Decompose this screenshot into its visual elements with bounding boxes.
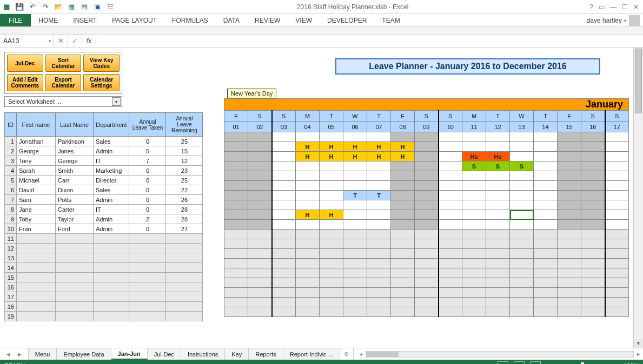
dow-header[interactable]: F [224, 111, 248, 122]
calendar-cell[interactable] [224, 278, 248, 288]
calendar-cell[interactable] [343, 307, 367, 317]
th-id[interactable]: ID [5, 113, 17, 137]
th-leave-remaining[interactable]: Annual Leave Remaining [166, 113, 203, 137]
calendar-cell[interactable] [558, 288, 581, 298]
cell-id[interactable]: 3 [5, 156, 17, 166]
calendar-cell[interactable] [462, 278, 486, 288]
calendar-cell[interactable] [462, 171, 486, 181]
calendar-cell[interactable] [439, 278, 462, 288]
sheet-prev-icon[interactable]: ◄ [5, 351, 11, 358]
calendar-cell[interactable] [486, 268, 510, 278]
view-key-codes-button[interactable]: View Key Codes [83, 55, 120, 72]
calendar-cell[interactable] [486, 278, 510, 288]
calendar-cell[interactable] [581, 171, 605, 181]
calendar-cell[interactable] [248, 239, 272, 249]
daynum-header[interactable]: 03 [272, 122, 296, 132]
calendar-cell[interactable] [415, 142, 439, 152]
calendar-cell[interactable] [391, 268, 415, 278]
sort-calendar-button[interactable]: Sort Calendar [45, 55, 82, 72]
calendar-cell[interactable] [272, 230, 296, 239]
calendar-cell[interactable] [439, 152, 462, 161]
calendar-cell[interactable] [391, 307, 415, 317]
calendar-cell[interactable] [534, 142, 558, 152]
calendar-cell[interactable] [581, 142, 605, 152]
calendar-cell[interactable] [272, 142, 296, 152]
calendar-cell[interactable] [367, 161, 391, 171]
calendar-cell[interactable] [320, 191, 343, 200]
calendar-cell[interactable] [581, 132, 605, 142]
cell-leave-taken[interactable]: 0 [129, 185, 166, 195]
calendar-cell[interactable] [558, 181, 581, 191]
calendar-cell[interactable] [462, 191, 486, 200]
calendar-cell[interactable] [272, 132, 296, 142]
calendar-cell[interactable] [558, 152, 581, 161]
calendar-cell[interactable] [248, 259, 272, 268]
calendar-cell[interactable] [272, 152, 296, 161]
tab-file[interactable]: FILE [0, 14, 31, 26]
calendar-cell[interactable] [367, 239, 391, 249]
cancel-formula-icon[interactable]: ✕ [54, 35, 68, 47]
calendar-cell[interactable] [296, 288, 320, 298]
export-calendar-button[interactable]: Export Calendar [45, 74, 82, 91]
open-icon[interactable]: 📂 [53, 2, 64, 12]
daynum-header[interactable]: 09 [415, 122, 439, 132]
calendar-cell[interactable] [343, 239, 367, 249]
calendar-cell[interactable] [248, 142, 272, 152]
calendar-cell[interactable] [415, 230, 439, 239]
calendar-cell[interactable] [272, 278, 296, 288]
calendar-cell[interactable]: Hs [462, 152, 486, 161]
calendar-cell[interactable] [462, 132, 486, 142]
calendar-cell[interactable] [343, 278, 367, 288]
calendar-cell[interactable] [439, 181, 462, 191]
table-row[interactable]: 5MichaelCarrDirector025 [5, 176, 203, 185]
cell-department[interactable]: Admin [94, 224, 129, 234]
calendar-cell[interactable]: H [320, 210, 343, 220]
macro-record-icon[interactable]: ▢ [31, 362, 37, 365]
calendar-cell[interactable] [510, 132, 534, 142]
cell-last-name[interactable]: George [56, 156, 94, 166]
calendar-cell[interactable] [343, 171, 367, 181]
cell-last-name[interactable]: Jones [56, 146, 94, 156]
cell-id[interactable]: 19 [5, 312, 17, 321]
dow-header[interactable]: F [558, 111, 581, 122]
calendar-cell[interactable] [367, 307, 391, 317]
calendar-cell[interactable] [605, 181, 629, 191]
calendar-cell[interactable] [296, 132, 320, 142]
cell-id[interactable]: 12 [5, 244, 17, 253]
calendar-cell[interactable] [248, 307, 272, 317]
calendar-cell[interactable] [391, 239, 415, 249]
calendar-cell[interactable] [581, 298, 605, 307]
calendar-cell[interactable] [367, 268, 391, 278]
calendar-cell[interactable] [581, 161, 605, 171]
view-normal-icon[interactable]: ▦ [498, 361, 508, 364]
calendar-cell[interactable] [224, 298, 248, 307]
calendar-cell[interactable] [581, 191, 605, 200]
calendar-cell[interactable] [581, 152, 605, 161]
calendar-cell[interactable] [581, 278, 605, 288]
calendar-cell[interactable] [296, 181, 320, 191]
calendar-cell[interactable] [486, 307, 510, 317]
cell-leave-taken[interactable]: 0 [129, 195, 166, 205]
calendar-cell[interactable] [296, 200, 320, 210]
cell-department[interactable]: Sales [94, 185, 129, 195]
calendar-cell[interactable] [605, 220, 629, 230]
daynum-header[interactable]: 15 [558, 122, 581, 132]
calendar-cell[interactable] [439, 220, 462, 230]
calendar-cell[interactable] [581, 259, 605, 268]
calendar-cell[interactable]: T [343, 191, 367, 200]
calendar-cell[interactable] [391, 288, 415, 298]
calendar-cell[interactable] [248, 132, 272, 142]
calendar-cell[interactable] [272, 191, 296, 200]
calendar-cell[interactable] [415, 210, 439, 220]
table-row[interactable]: 4SarahSmithMarketing023 [5, 166, 203, 176]
table-row[interactable]: 10FranFordAdmin027 [5, 224, 203, 234]
calendar-cell[interactable] [581, 210, 605, 220]
calendar-cell[interactable] [510, 278, 534, 288]
calendar-cell[interactable] [320, 288, 343, 298]
calendar-cell[interactable] [272, 220, 296, 230]
calendar-cell[interactable] [415, 288, 439, 298]
calendar-cell[interactable] [558, 268, 581, 278]
calendar-cell[interactable] [343, 181, 367, 191]
calendar-cell[interactable] [415, 181, 439, 191]
cell-department[interactable]: Admin [94, 214, 129, 224]
